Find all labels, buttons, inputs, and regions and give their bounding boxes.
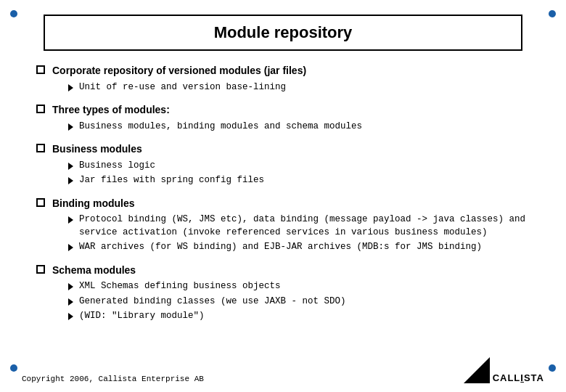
list-item: Binding modules Protocol binding (WS, JM… [36, 197, 537, 256]
l2-bullet-icon [68, 298, 73, 306]
l2-bullet-icon [68, 313, 73, 320]
l2-text: Generated binding classes (we use JAXB -… [79, 295, 346, 309]
slide: Module repository Corporate repository o… [0, 0, 566, 392]
l2-text: Jar files with spring config files [79, 174, 264, 187]
corner-dot-tl [10, 10, 17, 17]
l2-bullet-icon [68, 216, 73, 224]
l2-text: Protocol binding (WS, JMS etc), data bin… [79, 213, 537, 239]
corner-dot-br [549, 364, 556, 372]
list-item: Three types of modules: Business modules… [36, 103, 537, 135]
slide-content: Corporate repository of versioned module… [22, 64, 544, 325]
copyright-text: Copyright 2006, Callista Enterprise AB [22, 375, 204, 383]
slide-title: Module repository [214, 23, 353, 41]
l2-list: Protocol binding (WS, JMS etc), data bin… [52, 213, 537, 254]
corner-dot-bl [10, 364, 17, 372]
list-item: Business modules Business logic Jar file… [36, 142, 537, 189]
list-item: Business modules, binding modules and sc… [68, 121, 362, 134]
corner-dot-tr [549, 10, 556, 17]
list-item: Jar files with spring config files [68, 174, 264, 187]
l2-bullet-icon [68, 123, 73, 131]
l2-list: XML Schemas defining business objects Ge… [52, 280, 346, 323]
l2-text: Business modules, binding modules and sc… [79, 121, 362, 134]
list-item: (WID: "Library module") [68, 310, 346, 323]
l2-text: (WID: "Library module") [79, 310, 205, 323]
list-item: XML Schemas defining business objects [68, 280, 346, 293]
l2-text: XML Schemas defining business objects [79, 280, 281, 293]
footer: Copyright 2006, Callista Enterprise AB C… [22, 357, 544, 383]
logo-area: CALLISTA [464, 357, 544, 383]
l2-text: WAR archives (for WS binding) and EJB-JA… [79, 241, 482, 254]
l2-bullet-icon [68, 163, 73, 170]
l2-bullet-icon [68, 283, 73, 290]
l1-text: Schema modules [52, 264, 346, 278]
l2-list: Unit of re-use and version base-lining [52, 81, 306, 94]
l1-text: Corporate repository of versioned module… [52, 64, 306, 78]
logo-triangle-icon [464, 357, 490, 383]
l2-list: Business modules, binding modules and sc… [52, 121, 362, 134]
svg-marker-1 [464, 357, 490, 383]
list-item: Corporate repository of versioned module… [36, 64, 537, 96]
l2-text: Business logic [79, 160, 155, 173]
l1-text: Three types of modules: [52, 103, 362, 118]
l1-bullet-icon [36, 105, 45, 113]
list-item: Business logic [68, 160, 264, 173]
list-item: Unit of re-use and version base-lining [68, 81, 306, 94]
list-item: Protocol binding (WS, JMS etc), data bin… [68, 213, 537, 239]
l1-bullet-icon [36, 144, 45, 152]
l2-bullet-icon [68, 244, 73, 251]
l2-text: Unit of re-use and version base-lining [79, 81, 286, 94]
l1-bullet-icon [36, 265, 45, 274]
list-item: Generated binding classes (we use JAXB -… [68, 295, 346, 309]
list-item: WAR archives (for WS binding) and EJB-JA… [68, 241, 537, 254]
l2-bullet-icon [68, 84, 73, 91]
title-box: Module repository [44, 15, 522, 51]
l1-text: Binding modules [52, 197, 537, 211]
l2-bullet-icon [68, 177, 73, 184]
l1-bullet-icon [36, 65, 45, 74]
l1-bullet-icon [36, 198, 45, 207]
l2-list: Business logic Jar files with spring con… [52, 160, 264, 187]
logo-text: CALLISTA [493, 372, 544, 383]
l1-text: Business modules [52, 142, 264, 157]
list-item: Schema modules XML Schemas defining busi… [36, 264, 537, 325]
